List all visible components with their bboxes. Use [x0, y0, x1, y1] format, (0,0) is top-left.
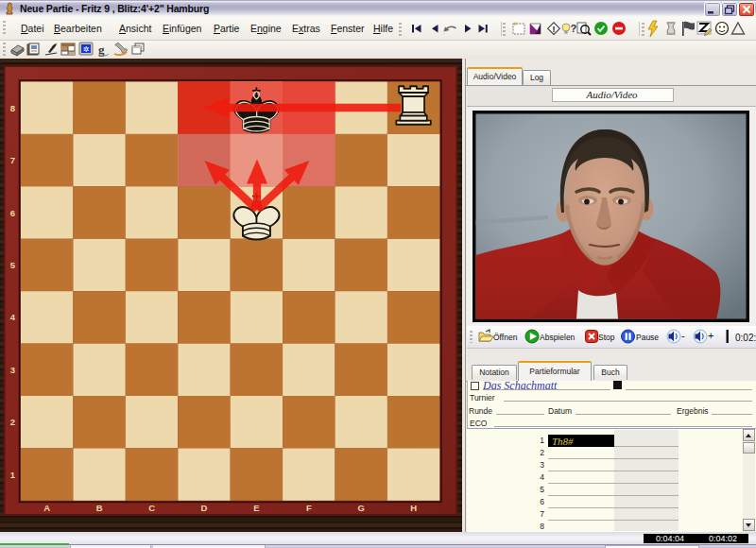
svg-text:✲: ✲	[83, 45, 90, 54]
svg-text:1: 1	[10, 470, 16, 480]
svg-text:4: 4	[10, 312, 16, 322]
svg-text:D: D	[201, 503, 208, 513]
svg-text:?: ?	[571, 23, 577, 34]
svg-text:2: 2	[10, 417, 15, 427]
svg-text:7: 7	[10, 155, 15, 165]
svg-text:!: !	[553, 25, 556, 34]
svg-text:E: E	[253, 503, 259, 513]
svg-text:6: 6	[10, 208, 15, 218]
svg-text:5: 5	[10, 260, 16, 270]
svg-text:B: B	[96, 503, 103, 513]
svg-text:C: C	[148, 503, 155, 513]
svg-text:g: g	[98, 43, 105, 57]
svg-text:H: H	[410, 503, 417, 513]
svg-text:8: 8	[10, 103, 15, 113]
svg-text:A: A	[43, 503, 50, 513]
svg-text:3: 3	[10, 365, 15, 375]
svg-text:G: G	[358, 503, 365, 513]
svg-text:F: F	[306, 503, 312, 513]
